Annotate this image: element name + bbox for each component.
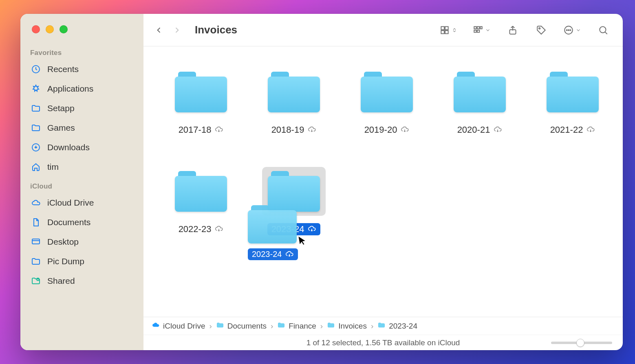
folder-item[interactable]: 2023-24 [259,167,329,235]
folder-icon [327,321,335,331]
svg-rect-9 [477,26,479,29]
sidebar-item-label: Documents [47,217,90,227]
desktop-icon [30,236,42,248]
folder-icon [377,321,386,331]
download-icon [30,142,42,153]
share-button[interactable] [504,21,522,39]
sidebar-item-icloud-drive[interactable]: iCloud Drive [20,193,143,213]
view-mode-button[interactable] [437,21,460,39]
folder-icon [277,321,285,331]
cloud-download-icon [307,225,316,234]
folder-item[interactable]: 2018-19 [259,68,329,136]
svg-rect-10 [480,26,482,29]
folder-item[interactable]: 2022-23 [166,167,236,235]
sidebar-section-favorites: Favorites [20,43,143,59]
clock-icon [30,64,42,75]
home-icon [30,161,42,173]
main-area: Invoices [143,14,623,350]
svg-point-16 [567,29,567,30]
sidebar-item-desktop[interactable]: Desktop [20,232,143,252]
sidebar-item-documents[interactable]: Documents [20,213,143,232]
sidebar: Favorites Recents Applications Setapp Ga… [20,14,143,350]
cloud-download-icon [493,125,502,134]
path-crumb[interactable]: iCloud Drive [152,321,205,331]
path-crumb[interactable]: Documents [216,321,267,331]
sidebar-item-pic-dump[interactable]: Pic Dump [20,252,143,271]
close-window-button[interactable] [32,25,40,33]
sidebar-item-label: Pic Dump [47,257,84,266]
path-crumb[interactable]: Finance [277,321,316,331]
cloud-download-icon [400,125,409,134]
folder-item[interactable]: 2020-21 [445,68,514,136]
path-bar: iCloud Drive›Documents›Finance›Invoices›… [143,317,623,335]
path-separator: › [370,322,374,331]
cloud-download-icon [214,125,223,134]
action-menu-button[interactable] [561,21,584,39]
sidebar-item-shared[interactable]: Shared [20,271,143,291]
sidebar-item-recents[interactable]: Recents [20,59,143,79]
finder-window: Favorites Recents Applications Setapp Ga… [20,14,623,350]
sidebar-item-label: Desktop [47,237,79,247]
sidebar-section-icloud: iCloud [20,177,143,193]
svg-rect-7 [445,31,448,34]
svg-rect-2 [32,239,40,244]
tags-button[interactable] [532,21,550,39]
folder-item[interactable]: 2017-18 [166,68,236,136]
toolbar: Invoices [143,14,623,46]
path-crumb[interactable]: 2023-24 [377,321,417,331]
zoom-slider[interactable] [551,342,612,344]
sidebar-item-games[interactable]: Games [20,118,143,138]
cloud-icon [30,197,42,208]
folder-label: 2019-20 [360,124,414,136]
sidebar-item-setapp[interactable]: Setapp [20,99,143,118]
sidebar-item-label: Recents [47,64,79,74]
svg-rect-4 [441,26,444,30]
svg-rect-6 [441,31,444,34]
shared-folder-icon [30,275,42,287]
path-separator: › [270,322,274,331]
sidebar-item-applications[interactable]: Applications [20,79,143,99]
sidebar-item-label: Shared [47,276,75,286]
cloud-download-icon [285,250,294,259]
svg-point-14 [539,28,540,29]
svg-rect-8 [474,26,476,29]
minimize-window-button[interactable] [46,25,54,33]
sidebar-item-home[interactable]: tim [20,157,143,177]
cloud-icon [152,321,160,331]
group-by-button[interactable] [470,21,493,39]
folder-label: 2018-19 [267,124,321,136]
folder-item[interactable]: 2021-22 [538,68,607,136]
sidebar-item-label: tim [47,162,59,172]
folder-label: 2021-22 [546,124,600,136]
document-icon [30,217,42,228]
folder-label: 2017-18 [174,124,228,136]
back-button[interactable] [151,22,167,38]
path-separator: › [208,322,212,331]
folder-item[interactable]: 2019-20 [352,68,421,136]
cloud-download-icon [307,125,316,134]
sidebar-item-label: iCloud Drive [47,198,94,208]
nav-arrows [148,22,185,38]
folder-icon [30,122,42,134]
svg-point-19 [600,26,606,33]
status-bar: 1 of 12 selected, 1.56 TB available on i… [143,335,623,350]
cloud-download-icon [586,125,595,134]
forward-button[interactable] [169,22,185,38]
applications-icon [30,83,42,94]
zoom-window-button[interactable] [60,25,68,33]
content-area[interactable]: 2012-132013-142014-152015-162016-17 2017… [143,46,623,317]
sidebar-item-label: Applications [47,84,93,94]
svg-rect-5 [445,26,448,30]
svg-rect-11 [474,30,476,32]
folder-icon [30,256,42,267]
search-button[interactable] [594,21,612,39]
folder-icon [216,321,224,331]
svg-point-18 [570,29,571,30]
sidebar-item-downloads[interactable]: Downloads [20,138,143,157]
path-crumb[interactable]: Invoices [327,321,367,331]
status-text: 1 of 12 selected, 1.56 TB available on i… [306,338,460,347]
folder-icon [30,103,42,114]
svg-rect-12 [477,30,479,32]
svg-point-17 [568,29,569,30]
cloud-download-icon [214,225,223,234]
